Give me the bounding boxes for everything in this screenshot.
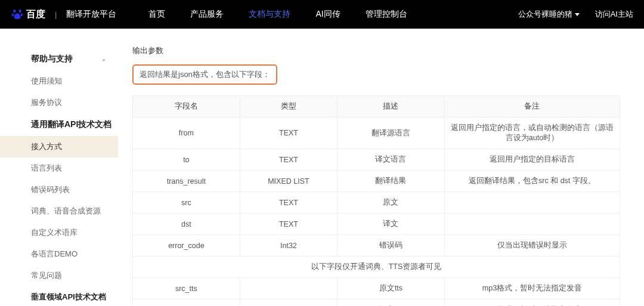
cell-type	[240, 299, 337, 307]
sidebar-item-agreement[interactable]: 服务协议	[0, 92, 118, 113]
cell-note: 返回用户指定的目标语言	[444, 149, 620, 171]
chevron-down-icon: ⌄	[101, 55, 106, 62]
cell-desc: 原文tts	[338, 278, 445, 299]
th-desc: 描述	[338, 96, 445, 118]
sidebar-item-demo[interactable]: 各语言DEMO	[0, 243, 118, 265]
sidebar-item-access[interactable]: 接入方式	[0, 136, 118, 157]
cell-note: mp3格式，暂时无法指定发音	[444, 278, 620, 299]
cell-note	[444, 214, 620, 235]
cell-type: MIXED LIST	[240, 171, 337, 192]
cell-desc: 翻译源语言	[338, 118, 445, 149]
sidebar-item-dict-tts[interactable]: 词典、语音合成资源	[0, 200, 118, 222]
table-row: from TEXT 翻译源语言 返回用户指定的语言，或自动检测的语言（源语言设为…	[133, 118, 620, 149]
chevron-right-icon: ›	[104, 293, 106, 299]
paw-icon	[11, 8, 24, 21]
cell-note: 返回翻译结果，包含src 和 dst 字段。	[444, 171, 620, 192]
cell-name: dst_tts	[133, 299, 240, 307]
user-menu[interactable]: 公众号裸睡的猪	[518, 9, 580, 20]
nav-console[interactable]: 管理控制台	[366, 9, 407, 20]
cell-name: src	[133, 192, 240, 214]
logo-text: 百度	[26, 8, 45, 21]
user-name: 公众号裸睡的猪	[518, 9, 572, 20]
svg-point-2	[12, 14, 14, 17]
output-params-table: 字段名 类型 描述 备注 from TEXT 翻译源语言 返回用户指定的语言，或…	[132, 95, 620, 306]
cell-desc: 译文语言	[338, 149, 445, 171]
table-header-row: 字段名 类型 描述 备注	[133, 96, 620, 118]
cell-name: to	[133, 149, 240, 171]
sidebar-section-vertical-api[interactable]: 垂直领域API技术文档 ›	[0, 286, 118, 306]
sidebar-item-languages[interactable]: 语言列表	[0, 157, 118, 179]
th-field: 字段名	[133, 96, 240, 118]
table-row: to TEXT 译文语言 返回用户指定的目标语言	[133, 149, 620, 171]
cell-desc: 原文	[338, 192, 445, 214]
header-right: 公众号裸睡的猪 访问AI主站	[518, 9, 633, 20]
cell-note: mp3格式，暂时无法指定发音	[444, 299, 620, 307]
logo-divider: |	[55, 10, 57, 19]
cell-name: trans_result	[133, 171, 240, 192]
table-row: src TEXT 原文	[133, 192, 620, 214]
sidebar-item-glossary[interactable]: 自定义术语库	[0, 222, 118, 243]
cell-note: 返回用户指定的语言，或自动检测的语言（源语言设为auto时）	[444, 118, 620, 149]
nav-interpret[interactable]: AI同传	[315, 9, 340, 20]
cell-span-note: 以下字段仅开通词典、TTS资源者可见	[133, 256, 620, 278]
main-content: 输出参数 返回结果是json格式，包含以下字段： 字段名 类型 描述 备注 fr…	[118, 29, 637, 306]
sidebar-section-general-api[interactable]: 通用翻译API技术文档 ⌄	[0, 113, 118, 136]
visit-main-site-link[interactable]: 访问AI主站	[595, 9, 633, 20]
table-row: trans_result MIXED LIST 翻译结果 返回翻译结果，包含sr…	[133, 171, 620, 192]
sidebar-item-errors[interactable]: 错误码列表	[0, 179, 118, 200]
sidebar-section-help[interactable]: 帮助与支持 ⌄	[0, 48, 118, 70]
table-row: dst_tts 译文tts mp3格式，暂时无法指定发音	[133, 299, 620, 307]
table-row: error_code Int32 错误码 仅当出现错误时显示	[133, 235, 620, 256]
cell-desc: 翻译结果	[338, 171, 445, 192]
sidebar: 帮助与支持 ⌄ 使用须知 服务协议 通用翻译API技术文档 ⌄ 接入方式 语言列…	[0, 29, 118, 306]
cell-name: dst	[133, 214, 240, 235]
svg-point-1	[19, 10, 21, 13]
cell-type: TEXT	[240, 214, 337, 235]
sidebar-item-faq[interactable]: 常见问题	[0, 265, 118, 286]
cell-type: TEXT	[240, 118, 337, 149]
th-type: 类型	[240, 96, 337, 118]
sidebar-section-label: 帮助与支持	[31, 54, 73, 63]
cell-name: src_tts	[133, 278, 240, 299]
cell-note	[444, 192, 620, 214]
cell-desc: 译文	[338, 214, 445, 235]
sidebar-section-label: 通用翻译API技术文档	[31, 119, 112, 129]
cell-type: Int32	[240, 235, 337, 256]
nav-product[interactable]: 产品服务	[190, 9, 224, 20]
cell-type	[240, 278, 337, 299]
cell-name: error_code	[133, 235, 240, 256]
nav-docs[interactable]: 文档与支持	[249, 9, 290, 20]
baidu-logo: 百度	[11, 8, 45, 21]
top-nav-header: 百度 | 翻译开放平台 首页 产品服务 文档与支持 AI同传 管理控制台 公众号…	[0, 0, 644, 29]
main-nav: 首页 产品服务 文档与支持 AI同传 管理控制台	[148, 9, 407, 20]
chevron-down-icon: ⌄	[101, 121, 106, 128]
table-row: src_tts 原文tts mp3格式，暂时无法指定发音	[133, 278, 620, 299]
sidebar-item-usage[interactable]: 使用须知	[0, 70, 118, 92]
table-row: dst TEXT 译文	[133, 214, 620, 235]
page-layout: 帮助与支持 ⌄ 使用须知 服务协议 通用翻译API技术文档 ⌄ 接入方式 语言列…	[0, 29, 644, 306]
logo-area[interactable]: 百度 | 翻译开放平台	[11, 8, 116, 21]
cell-note: 仅当出现错误时显示	[444, 235, 620, 256]
caret-down-icon	[575, 13, 580, 16]
cell-desc: 错误码	[338, 235, 445, 256]
cell-type: TEXT	[240, 149, 337, 171]
svg-point-3	[21, 14, 23, 17]
nav-home[interactable]: 首页	[148, 9, 165, 20]
cell-name: from	[133, 118, 240, 149]
svg-point-0	[13, 10, 16, 13]
table-row-span: 以下字段仅开通词典、TTS资源者可见	[133, 256, 620, 278]
sidebar-section-label: 垂直领域API技术文档	[31, 292, 106, 301]
th-note: 备注	[444, 96, 620, 118]
highlight-box: 返回结果是json格式，包含以下字段：	[132, 64, 277, 85]
platform-name: 翻译开放平台	[66, 9, 116, 20]
output-params-title: 输出参数	[132, 45, 620, 56]
cell-desc: 译文tts	[338, 299, 445, 307]
cell-type: TEXT	[240, 192, 337, 214]
